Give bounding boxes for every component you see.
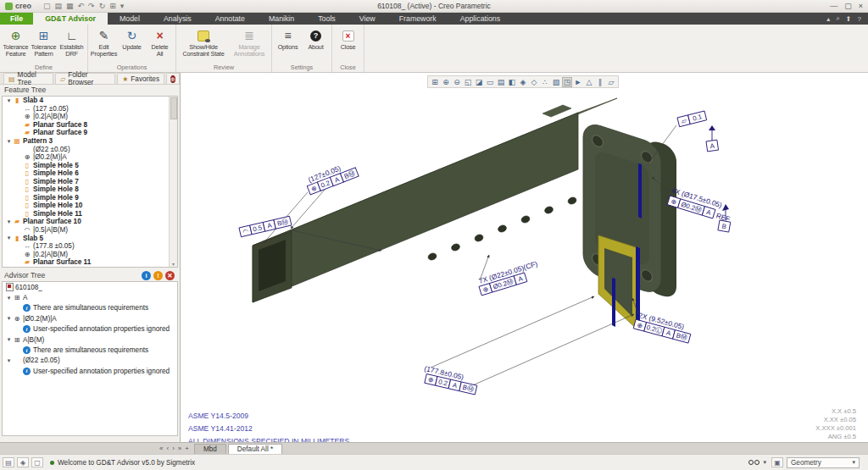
tab-mbd[interactable]: Mbd: [194, 444, 226, 454]
save-icon[interactable]: ▦: [66, 2, 74, 10]
regenerate-icon[interactable]: ↻: [99, 2, 106, 10]
advisor-item[interactable]: ▾⊞A: [3, 292, 177, 302]
tree-item[interactable]: ↔(177.8 ±0.05): [3, 242, 177, 251]
advisor-info-filter-button[interactable]: i: [142, 271, 151, 280]
add-tab-icon[interactable]: +: [185, 445, 189, 452]
show-hide-constraint-state-button[interactable]: Show/Hide Constraint State: [178, 26, 229, 63]
graphics-area[interactable]: ⊞ ⊕ ⊖ ◱ ◪ ▭ ▤ ◧ ◈ ◇ ∴ ▧ ◳ ► △ ∥ ▱: [181, 73, 868, 442]
expand-arrow[interactable]: ▾: [5, 315, 13, 322]
model-view[interactable]: ▱ 0.1 A 4X (Ø17.5±0.05) ⊕ Ø0.2Ⓜ A REF: [181, 73, 868, 442]
tree-item[interactable]: ⊕|0.2|A|B(M): [3, 250, 177, 258]
tab-view[interactable]: View: [348, 13, 387, 25]
annotation-dim-127[interactable]: (127±0.05) ⊕ 0.2 A BⓂ: [303, 159, 359, 195]
advisor-message[interactable]: iUser-specified annotation properties ig…: [3, 324, 177, 335]
tab-folder-browser[interactable]: ▱Folder Browser: [55, 73, 115, 84]
feature-tree-scrollbar[interactable]: ▾: [169, 97, 177, 267]
share-icon[interactable]: ⬆: [846, 15, 852, 23]
tab-gdt-tree[interactable]: ⊕: [166, 73, 180, 84]
advisor-item[interactable]: ▾⊞A|B(M): [3, 335, 177, 345]
tree-item[interactable]: ⊕|0.2|A|B(M): [3, 113, 177, 121]
tree-item[interactable]: ▰Planar Surface 11: [3, 258, 177, 267]
tree-item[interactable]: ▰Planar Surface 8: [3, 121, 177, 130]
new-window-icon[interactable]: ▢: [31, 457, 43, 467]
about-button[interactable]: ? About: [302, 26, 330, 63]
message-log-icon[interactable]: ▤: [3, 457, 14, 467]
annotation-4x-holes[interactable]: 4X (Ø17.5±0.05) ⊕ Ø0.2Ⓜ A REF B: [667, 186, 734, 232]
annotation-7x-holes[interactable]: 7X (Ø22±0.05)(CF) ⊕ Ø0.2Ⓜ A: [476, 259, 542, 296]
3d-box-icon[interactable]: ▣: [771, 457, 783, 467]
tree-item[interactable]: (Ø22 ±0.05): [3, 145, 177, 153]
expand-arrow[interactable]: ▾: [5, 138, 13, 145]
find-icon[interactable]: [748, 460, 760, 465]
expand-arrow[interactable]: ▾: [5, 235, 13, 241]
advisor-item[interactable]: ▾⊕|Ø0.2(M)|A: [3, 313, 177, 323]
undo-icon[interactable]: ↶: [78, 2, 85, 10]
new-file-icon[interactable]: ▢: [43, 2, 51, 10]
tab-analysis[interactable]: Analysis: [152, 13, 203, 25]
tab-framework[interactable]: Framework: [387, 13, 448, 25]
expand-arrow[interactable]: ▾: [5, 97, 13, 104]
edit-properties-button[interactable]: ✎ Edit Properties: [90, 26, 118, 63]
expand-arrow[interactable]: ▾: [5, 218, 13, 225]
tab-file[interactable]: File: [0, 13, 33, 25]
tab-gdt-advisor[interactable]: GD&T Advisor: [33, 13, 108, 25]
advisor-message[interactable]: iThere are simultaneous requirements: [3, 345, 177, 355]
minimize-button[interactable]: —: [830, 2, 837, 10]
advisor-message[interactable]: iThere are simultaneous requirements: [3, 303, 177, 313]
tree-item[interactable]: ▰Planar Surface 9: [3, 129, 177, 137]
tree-item[interactable]: ▾▮Slab 5: [3, 234, 177, 242]
tab-favorites[interactable]: ★Favorites: [117, 73, 164, 84]
selection-filter-select[interactable]: Geometry ▾: [787, 457, 860, 468]
tree-item[interactable]: ▾▮Slab 4: [3, 97, 177, 105]
advisor-error-filter-button[interactable]: ✕: [165, 271, 175, 280]
tree-item[interactable]: ▯Simple Hole 5: [3, 161, 177, 169]
first-tab-icon[interactable]: «: [159, 445, 163, 452]
model-gusset[interactable]: [598, 235, 640, 330]
delete-all-button[interactable]: × Delete All: [146, 26, 174, 63]
close-button[interactable]: × Close: [334, 26, 362, 63]
tab-model[interactable]: Model: [108, 13, 152, 25]
tab-tools[interactable]: Tools: [306, 13, 348, 25]
redo-icon[interactable]: ↷: [88, 2, 95, 10]
tree-item[interactable]: ▯Simple Hole 8: [3, 185, 177, 194]
prev-tab-icon[interactable]: ‹: [166, 445, 169, 452]
annotation-flatness[interactable]: ▱ 0.1 A: [677, 111, 719, 152]
tree-item[interactable]: ▯Simple Hole 7: [3, 177, 177, 185]
tree-item[interactable]: ▯Simple Hole 11: [3, 210, 177, 218]
expand-arrow[interactable]: ▾: [5, 336, 13, 343]
advisor-item[interactable]: ▾(Ø22 ±0.05): [3, 356, 177, 366]
advisor-item[interactable]: 610108_: [3, 282, 177, 292]
restore-button[interactable]: ▢: [844, 2, 852, 10]
expand-arrow[interactable]: ▾: [5, 295, 13, 301]
tree-item[interactable]: ▯Simple Hole 10: [3, 202, 177, 210]
web-browser-icon[interactable]: ◈: [17, 457, 29, 467]
scroll-down-icon[interactable]: ▾: [172, 261, 175, 267]
tab-default-all[interactable]: Default All *: [228, 444, 282, 454]
update-button[interactable]: ↻ Update: [118, 26, 146, 63]
tab-annotate[interactable]: Annotate: [203, 13, 257, 25]
tab-manikin[interactable]: Manikin: [257, 13, 306, 25]
tree-item[interactable]: ▾▰Planar Surface 10: [3, 218, 177, 226]
tab-model-tree[interactable]: ▤Model Tree: [3, 73, 53, 84]
options-button[interactable]: ≡ Options: [274, 26, 302, 63]
window-icon[interactable]: ⊞: [109, 2, 116, 10]
last-tab-icon[interactable]: »: [178, 445, 181, 452]
scrollbar-thumb[interactable]: [170, 97, 177, 119]
expand-arrow[interactable]: ▾: [5, 357, 13, 364]
tolerance-feature-button[interactable]: ⊕ Tolerance Feature: [2, 26, 30, 63]
search-icon[interactable]: ⌕: [836, 14, 839, 23]
tree-item[interactable]: ⊕|Ø0.2(M)|A: [3, 153, 177, 162]
establish-drf-button[interactable]: ∟ Establish DRF: [58, 26, 86, 63]
close-window-button[interactable]: ×: [859, 2, 863, 10]
model-beam[interactable]: [253, 98, 617, 302]
next-tab-icon[interactable]: ›: [172, 445, 175, 452]
tree-item[interactable]: ▯Simple Hole 9: [3, 194, 177, 202]
advisor-message[interactable]: iUser-specified annotation properties ig…: [3, 366, 177, 376]
tree-item[interactable]: ▯Simple Hole 6: [3, 169, 177, 178]
tab-applications[interactable]: Applications: [448, 13, 512, 25]
tree-item[interactable]: ↔(127 ±0.05): [3, 105, 177, 113]
find-dropdown-icon[interactable]: ▾: [763, 459, 766, 466]
advisor-warning-filter-button[interactable]: !: [153, 271, 163, 280]
annotation-2x-holes[interactable]: 2X (9.52±0.05) ⊕ 0.2Ⓛ A BⓂ: [633, 311, 693, 344]
tree-item[interactable]: ◠|0.5|A|B(M): [3, 226, 177, 235]
